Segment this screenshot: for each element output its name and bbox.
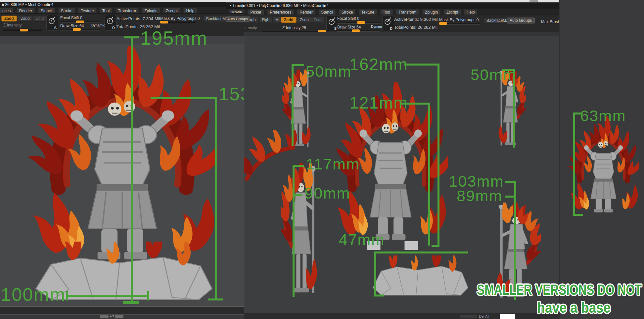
auto-groups-button[interactable]: Auto Groups	[226, 16, 250, 22]
dim-label-121mm: 121mm	[349, 95, 408, 111]
stroke-brush-icon[interactable]: S	[46, 15, 58, 31]
right-window-shelf: Mrgb Rgb M Zadd Zsub Zcut ntensity Z Int…	[226, 15, 559, 32]
dim-label-117mm: 117mm	[306, 156, 360, 172]
dim-line-47-vertical	[374, 251, 376, 296]
rgb-button[interactable]: Rgb	[259, 17, 272, 23]
draw-size-label: Draw Size 64	[60, 23, 84, 28]
draw-size-slider[interactable]	[60, 29, 100, 30]
dim-label-47mm: 47mm	[339, 232, 385, 247]
top-edge-widget	[529, 0, 538, 2]
statue-large	[27, 46, 217, 263]
left-window-shelf: Zadd Zsub Zcut Z Intensity S Focal Shift…	[0, 13, 244, 36]
dim-label-162mm: 162mm	[349, 56, 408, 73]
dim-label-90mm: 90mm	[304, 185, 350, 201]
focal-shift-label: Focal Shift 0	[60, 16, 82, 20]
canvas-top-shadow	[244, 32, 559, 36]
draw-brush-icon[interactable]: D	[105, 15, 116, 31]
mask-by-polygroups-label: Mask By Polygroups 0	[439, 18, 479, 22]
dim-label-63mm: 63mm	[580, 108, 626, 123]
total-points-stat: TotalPoints: 26.262 Mil	[394, 25, 437, 30]
dim-line-121-cap	[401, 103, 430, 105]
active-points-stat: ActivePoints: 9.362 Mil	[394, 17, 438, 22]
rock-base-large	[30, 242, 217, 304]
auto-groups-button[interactable]: Auto Groups	[507, 18, 535, 23]
dim-line-63-cap-bottom	[573, 214, 583, 216]
zcut-button[interactable]: Zcut	[311, 17, 324, 23]
left-canvas[interactable]	[0, 36, 244, 306]
z-intensity-label: Z Intensity	[3, 23, 22, 27]
left-window-title: ▶26.836 MP • MeshCount▶4	[2, 2, 53, 7]
dim-label-89mm: 89mm	[457, 188, 503, 204]
left-window-titlebar: ▶26.836 MP • MeshCount▶4	[0, 2, 226, 7]
pedestal-right	[404, 241, 418, 250]
tray-scroll-handle-right[interactable]	[115, 315, 123, 318]
dim-line-162-cap	[404, 64, 439, 66]
caption-line1: SMALLER VERSIONS DO NOT	[477, 282, 642, 298]
total-points-stat: TotalPoints: 26.262 Mil	[116, 24, 160, 29]
right-window-titlebar: • Timer▶0.001 • PolyCount▶26.836 MP • Me…	[226, 3, 559, 9]
dim-line-121-vertical	[428, 103, 430, 246]
dim-label-103mm: 103mm	[449, 173, 504, 189]
z-intensity-slider[interactable]	[3, 29, 42, 31]
max-brush-size-label: Max Brush Si	[541, 20, 559, 24]
mask-by-polygroups-slider[interactable]	[439, 23, 480, 24]
zsub-button[interactable]: Zsub	[297, 17, 312, 23]
dim-line-47-cap-bottom	[374, 295, 384, 296]
statue-small-right-strip	[568, 116, 639, 214]
dynamic-label[interactable]: Dynamic	[91, 23, 105, 27]
dim-line-162-cap-bottom	[432, 245, 439, 247]
dim-line-90-cap	[293, 194, 302, 196]
z-intensity-label: Z Intensity 25	[282, 25, 306, 30]
rock-base-center	[370, 255, 471, 298]
dim-line-47-cap-top	[374, 251, 468, 253]
focal-shift-slider[interactable]	[60, 21, 100, 23]
composite-screenshot: { "colors": {"green":"#4ba33a","caption_…	[0, 0, 644, 319]
tray-arrows[interactable]: ▲▼	[110, 315, 114, 318]
left-window-bottom-band	[0, 307, 244, 314]
right-canvas[interactable]: 50mm 162mm 121mm 117mm 90mm 47mm 50mm 10…	[244, 32, 559, 313]
zadd-button[interactable]: Zadd	[1, 16, 17, 22]
mask-by-polygroups-slider[interactable]	[160, 22, 196, 23]
dim-label-50mm-top-left: 50mm	[306, 64, 352, 79]
mask-by-polygroups-label: Mask By Polygroups 0	[160, 16, 200, 21]
draw-size-label: Draw Size 64	[337, 25, 361, 29]
z-intensity-partial-label: ntensity	[243, 25, 257, 30]
dim-line-117-vertical	[293, 165, 295, 297]
stroke-brush-icon[interactable]: S	[326, 16, 338, 31]
left-window-menubar: nces Render Stencil Stroke Texture Tool …	[0, 7, 226, 14]
tray-scroll-handle-left[interactable]	[100, 315, 109, 318]
focal-shift-label: Focal Shift 0	[337, 16, 359, 21]
dim-line-50b-vertical	[513, 69, 515, 148]
caption: SMALLER VERSIONS DO NOT have a base	[475, 280, 644, 319]
caption-line2: have a base	[537, 299, 611, 316]
active-points-stat: ActivePoints: 7.304 Mil	[116, 16, 160, 21]
zsub-button[interactable]: Zsub	[18, 16, 33, 22]
canvas-horizon-line	[0, 44, 244, 44]
right-strip-canvas[interactable]: 63mm	[559, 0, 644, 319]
dim-line-50a-vertical	[292, 64, 294, 146]
dim-line-63-vertical	[573, 113, 575, 216]
m-button[interactable]: M	[272, 17, 282, 23]
zadd-button[interactable]: Zadd	[281, 17, 297, 23]
focal-shift-slider[interactable]	[337, 22, 380, 23]
dim-line-162-vertical	[437, 64, 439, 247]
draw-brush-icon[interactable]: D	[382, 16, 394, 31]
right-window-title: • Timer▶0.001 • PolyCount▶26.836 MP • Me…	[230, 3, 329, 8]
right-window-menubar: Movie Picker Preferences Render Stencil …	[226, 9, 559, 15]
zcut-button[interactable]: Zcut	[33, 16, 47, 22]
canvas-top-band	[0, 36, 244, 44]
